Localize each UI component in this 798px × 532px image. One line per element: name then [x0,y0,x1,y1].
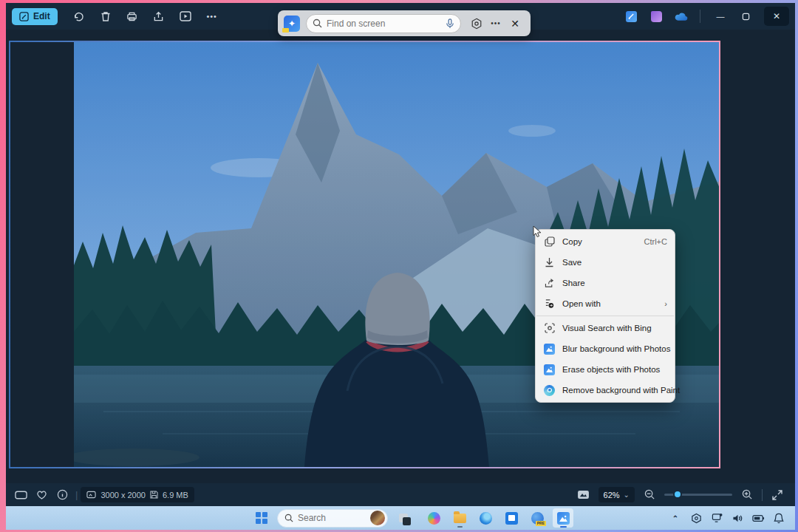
titlebar-divider [700,10,700,23]
menu-item-label: Copy [562,237,644,246]
menu-item-copy[interactable]: Copy Ctrl+C [536,231,675,252]
zoom-slider[interactable] [664,494,732,496]
photos-edit-tray-button[interactable] [621,8,641,24]
start-button[interactable] [251,508,272,528]
photos-app-icon [543,343,556,355]
submenu-chevron-icon: › [664,299,667,308]
find-on-screen-input[interactable] [327,18,446,29]
preview-app-icon: PRE [531,512,544,525]
click-to-do-badge [282,28,289,33]
photos-taskbar-icon [557,512,570,525]
open-with-icon [543,298,556,310]
copilot-icon [428,512,440,525]
edge-button[interactable] [475,508,496,528]
task-view-button[interactable] [393,508,414,528]
photos-statusbar: | 3000 x 2000 6.9 MB 62% ⌄ [6,483,795,506]
menu-item-open-with[interactable]: Open with › [536,293,675,314]
zoom-level-value: 62% [604,491,620,499]
more-options-button[interactable]: ••• [201,7,223,25]
file-size: 6.9 MB [163,491,188,499]
chevron-up-icon: ⌃ [672,514,678,522]
security-icon [691,513,702,524]
tray-notifications-button[interactable] [770,508,788,528]
display-icon [712,513,723,523]
share-button[interactable] [148,7,170,25]
statusbar-right-divider [762,489,763,501]
find-bar-more-button[interactable]: ••• [486,14,505,33]
windows-logo-icon [256,512,267,524]
find-bar-close-button[interactable]: ✕ [505,14,525,33]
zoom-out-button[interactable] [639,486,660,504]
statusbar-divider: | [75,489,78,500]
menu-item-shortcut: Ctrl+C [644,237,667,246]
click-to-do-icon[interactable]: ✦ [284,16,300,32]
delete-button[interactable] [95,7,117,25]
running-indicator [560,526,567,528]
preview-app-button[interactable]: PRE [527,508,548,528]
slideshow-icon [180,11,191,21]
zoom-in-button[interactable] [737,486,757,504]
file-info-button[interactable] [52,486,72,504]
maximize-button[interactable] [733,7,758,26]
edit-pencil-icon [19,12,29,21]
slideshow-button[interactable] [174,7,197,25]
menu-item-visual-search[interactable]: Visual Search with Bing [536,318,675,338]
fit-to-window-button[interactable] [573,486,594,504]
microsoft-store-button[interactable] [501,508,522,528]
fullscreen-expand-icon [772,490,782,500]
rotate-icon [73,11,84,22]
file-explorer-icon [454,514,466,523]
tray-security-button[interactable] [687,508,705,528]
tray-show-hidden-button[interactable]: ⌃ [666,508,684,528]
running-indicator [457,526,463,528]
image-dimensions: 3000 x 2000 [100,491,146,499]
edge-icon [480,512,492,525]
close-icon: ✕ [773,11,780,21]
microphone-icon[interactable] [446,18,454,29]
onedrive-tray-button[interactable] [672,8,691,24]
menu-item-remove-background[interactable]: Remove background with Paint [536,380,675,400]
photos-mini-icon [626,11,637,22]
windows-taskbar: PRE ⌃ [6,506,795,530]
edit-button-label: Edit [33,11,50,21]
copy-icon [543,236,556,248]
taskbar-search-input[interactable] [298,513,370,523]
menu-separator [536,316,674,316]
folder-tray-button[interactable] [647,8,666,24]
dimensions-icon [86,491,96,499]
menu-item-blur-background[interactable]: Blur background with Photos [536,338,675,359]
edit-button[interactable]: Edit [12,8,58,25]
favorite-button[interactable] [31,486,52,504]
close-button[interactable]: ✕ [764,7,789,26]
bell-icon [774,513,784,524]
photos-app-icon [543,364,556,376]
photos-app-button[interactable] [553,508,573,528]
tray-display-button[interactable] [708,508,726,528]
printer-icon [126,11,137,22]
photo-viewer-canvas[interactable] [6,30,795,483]
find-bar-settings-button[interactable] [467,14,486,33]
menu-item-erase-objects[interactable]: Erase objects with Photos [536,359,675,380]
menu-item-share[interactable]: Share [536,273,675,293]
find-on-screen-search[interactable] [306,14,461,33]
rotate-button[interactable] [68,7,90,25]
file-explorer-button[interactable] [449,508,470,528]
zoom-level-dropdown[interactable]: 62% ⌄ [598,487,635,502]
store-icon [505,512,518,525]
tray-volume-button[interactable] [729,508,746,528]
share-icon [543,277,556,290]
filmstrip-toggle-button[interactable] [10,486,31,504]
menu-item-save[interactable]: Save [536,252,675,273]
info-icon [57,489,68,500]
copilot-button[interactable] [423,508,444,528]
minimize-button[interactable]: — [708,7,733,26]
taskbar-search-box[interactable] [277,509,388,528]
trash-icon [100,11,111,22]
fullscreen-button[interactable] [767,486,788,504]
menu-item-label: Erase objects with Photos [562,365,667,374]
print-button[interactable] [121,7,143,25]
zoom-slider-thumb[interactable] [673,490,682,499]
click-to-do-screen-frame: Edit ••• [0,0,798,532]
file-info-pill: 3000 x 2000 6.9 MB [81,487,194,502]
tray-battery-button[interactable] [749,508,767,528]
